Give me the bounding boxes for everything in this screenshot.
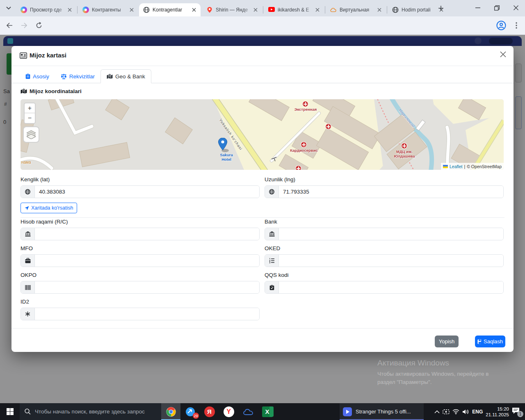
id2-input[interactable]	[35, 308, 259, 320]
leaflet-map[interactable]: Yuksalish ko'chasi Марғилонсой Экстренна…	[21, 99, 504, 170]
meet-now-icon[interactable]	[443, 409, 450, 415]
taskbar-app-yandex-browser[interactable]: Я	[200, 403, 219, 420]
show-on-map-button[interactable]: Xaritada ko'rsatish	[21, 203, 77, 213]
okpo-input-group	[21, 281, 260, 294]
zoom-out-button[interactable]: −	[25, 113, 35, 123]
avatar-icon	[496, 21, 506, 30]
button-label: Yopish	[439, 338, 455, 345]
tab-title: Shirin — Янде	[216, 7, 251, 13]
profile-avatar[interactable]	[495, 19, 507, 32]
tab-separator	[263, 6, 263, 14]
window-minimize-button[interactable]	[472, 2, 484, 14]
forward-button[interactable]	[18, 19, 30, 32]
volume-icon[interactable]	[462, 409, 469, 415]
language-indicator[interactable]: ENG	[472, 409, 483, 415]
browser-menu-button[interactable]	[510, 19, 523, 32]
colorful-sphere-favicon	[82, 7, 89, 13]
tab-close-icon[interactable]	[314, 7, 321, 13]
watermark-line: Чтобы активировать Windows, перейдите в	[377, 370, 488, 378]
tab-geo-bank[interactable]: Geo & Bank	[100, 69, 151, 83]
tray-clock[interactable]: 15:20 21.11.2025	[486, 406, 509, 418]
tab-label: Rekvizitlar	[69, 73, 95, 80]
zoom-in-button[interactable]: +	[25, 103, 35, 113]
window-close-button[interactable]	[510, 2, 522, 14]
taskbar-app-cloud[interactable]	[238, 403, 258, 420]
lat-input[interactable]	[35, 186, 259, 198]
hotel-label: Hotel	[210, 157, 243, 162]
save-button[interactable]: Saqlash	[475, 336, 505, 347]
taskbar-window-stranger-things[interactable]: Stranger Things 5 offi...	[340, 403, 424, 420]
map-attribution: Leaflet | © OpenStreetMap	[441, 163, 504, 170]
new-tab-button[interactable]	[435, 2, 447, 14]
tab-close-icon[interactable]	[128, 7, 135, 13]
cloud-favicon	[330, 7, 337, 13]
notification-count-badge: 1	[517, 411, 523, 417]
globe-favicon	[143, 7, 150, 13]
browser-tab-5[interactable]: ikikardesh & E	[264, 3, 324, 16]
back-button[interactable]	[3, 19, 16, 32]
window-restore-button[interactable]	[491, 2, 503, 14]
tab-separator	[77, 6, 78, 14]
start-button[interactable]	[0, 403, 20, 420]
browser-tab-3-active[interactable]: Kontragentlar	[139, 3, 201, 16]
tab-close-icon[interactable]	[376, 7, 383, 13]
medical-cross-icon	[301, 142, 306, 147]
tab-close-icon[interactable]	[252, 7, 259, 13]
account-input-group	[21, 228, 260, 240]
minimize-icon	[475, 5, 480, 10]
ukraine-flag-icon	[443, 165, 448, 168]
map-marker-pin[interactable]	[217, 138, 230, 153]
bank-input[interactable]	[279, 228, 503, 240]
taskbar-app-yandex-search[interactable]: Y	[219, 403, 238, 420]
tab-close-icon[interactable]	[191, 7, 197, 13]
tab-separator	[387, 6, 387, 14]
bank-input-group	[265, 228, 504, 240]
balance-scale-icon	[61, 73, 67, 79]
oked-input[interactable]	[279, 255, 503, 267]
watermark-line: раздел "Параметры".	[377, 378, 488, 386]
medical-cross-icon	[402, 143, 407, 148]
qqs-input[interactable]	[279, 281, 503, 293]
taskbar-search[interactable]: Чтобы начать поиск, введите здесь запрос	[20, 403, 161, 420]
close-modal-button[interactable]: Yopish	[435, 336, 459, 347]
browser-tab-2[interactable]: Контрагенты	[78, 3, 138, 16]
divider	[21, 217, 504, 218]
map-layers-button[interactable]	[23, 126, 39, 143]
browser-tab-4[interactable]: Shirin — Янде	[202, 3, 262, 16]
leaflet-link[interactable]: Leaflet	[450, 164, 463, 169]
modal-close-button[interactable]	[500, 51, 506, 57]
tray-chevron-up-icon[interactable]	[434, 410, 440, 413]
poi-label-emergency: Экстренная	[289, 107, 322, 112]
yandex-browser-icon: Я	[204, 406, 215, 417]
action-center-button[interactable]: 1	[512, 407, 523, 416]
reload-button[interactable]	[33, 19, 45, 32]
browser-tabstrip: Просмотр сде Контрагенты Kontragentlar S…	[0, 0, 525, 16]
tab-close-icon[interactable]	[66, 7, 73, 13]
browser-tab-6[interactable]: Виртуальная	[326, 3, 386, 16]
tab-search-button[interactable]	[2, 2, 15, 14]
mfo-input[interactable]	[35, 255, 259, 267]
taskbar-app-excel[interactable]: X	[258, 403, 277, 420]
account-input[interactable]	[35, 228, 259, 240]
qqs-input-group	[265, 281, 504, 294]
tab-rekvizitlar[interactable]: Rekvizitlar	[55, 69, 100, 83]
oked-input-group	[265, 254, 504, 267]
tab-asosiy[interactable]: Asosiy	[20, 69, 55, 83]
qqs-label: QQS kodi	[265, 272, 289, 278]
youtube-favicon	[268, 7, 275, 13]
attribution-separator: |	[464, 164, 465, 169]
bank-icon	[265, 228, 279, 240]
taskbar-app-chrome[interactable]	[161, 403, 180, 420]
id-card-icon	[20, 52, 27, 59]
forward-arrow-icon	[21, 23, 27, 28]
browser-tab-1[interactable]: Просмотр сде	[16, 3, 76, 16]
wifi-icon[interactable]	[452, 409, 459, 414]
lng-input[interactable]	[279, 186, 503, 198]
restore-icon	[494, 5, 500, 11]
button-label: Saqlash	[484, 338, 503, 345]
taskbar-app-updater[interactable]: 29	[180, 403, 200, 420]
tray-time: 15:20	[486, 406, 509, 412]
osm-link[interactable]: © OpenStreetMap	[467, 164, 502, 169]
lat-label: Kenglik (lat)	[21, 176, 50, 183]
okpo-input[interactable]	[35, 281, 259, 293]
